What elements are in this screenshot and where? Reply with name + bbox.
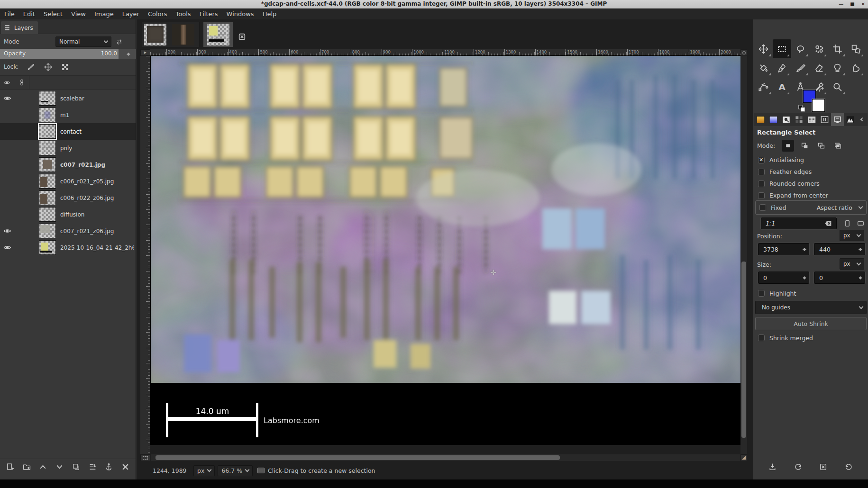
mode-add[interactable] [798, 140, 811, 152]
eye-icon[interactable] [0, 227, 14, 235]
aspect-ratio-input[interactable]: 1:1 [761, 217, 837, 229]
tool-paintbrush[interactable] [791, 58, 810, 77]
dock-collapse-button[interactable] [859, 115, 866, 124]
menu-item[interactable]: File [0, 9, 19, 19]
tool-ink[interactable] [773, 58, 791, 77]
tool-clone[interactable] [828, 58, 847, 77]
tool-eraser[interactable] [810, 58, 828, 77]
tool-option-row[interactable]: Expand from center [753, 190, 868, 201]
minimize-button[interactable]: — [839, 0, 843, 9]
layer-row[interactable]: 2025-10-16_04-21-42_2h6_mic [0, 239, 136, 256]
position-unit-dropdown[interactable]: px [840, 230, 864, 241]
tool-bucket-fill[interactable] [754, 58, 773, 77]
eye-icon[interactable] [0, 94, 14, 102]
auto-shrink-button[interactable]: Auto Shrink [755, 317, 867, 330]
dock-tab-fonts[interactable] [805, 113, 818, 126]
close-button[interactable]: ✕ [861, 0, 865, 9]
layer-row[interactable]: diffusion [0, 206, 136, 223]
spinner-icon[interactable] [803, 274, 806, 281]
layer-thumbnail[interactable] [39, 91, 56, 106]
tool-move[interactable] [754, 39, 773, 58]
dock-tab-tool-options[interactable] [831, 113, 844, 126]
dock-tab-brushes[interactable] [780, 113, 793, 126]
layer-thumbnail[interactable] [39, 240, 56, 255]
menu-item[interactable]: View [67, 9, 90, 19]
layers-button-raise[interactable] [37, 461, 50, 473]
opacity-spinner[interactable] [127, 51, 130, 58]
tool-option-row[interactable]: Feather edges [753, 166, 868, 178]
size-height-field[interactable]: 0 [814, 271, 865, 284]
fixed-checkbox-icon[interactable] [759, 204, 766, 211]
navigation-preview-button[interactable] [740, 454, 747, 461]
menu-item[interactable]: Filters [195, 9, 222, 19]
position-x-field[interactable]: 3738 [758, 243, 809, 255]
layer-row[interactable]: c007_r021_z06.jpg [0, 223, 136, 239]
mode-replace[interactable] [782, 140, 794, 152]
background-color-swatch[interactable] [812, 99, 825, 112]
preset-restore-preset[interactable] [791, 461, 805, 473]
preset-delete-preset[interactable] [816, 461, 831, 473]
lock-paint[interactable] [25, 62, 37, 72]
tool-option-row[interactable]: Rounded corners [753, 178, 868, 190]
menu-item[interactable]: Help [258, 9, 281, 19]
tool-crop[interactable] [828, 39, 847, 58]
fixed-option-box[interactable]: Fixed Aspect ratio [755, 200, 867, 215]
spinner-icon[interactable] [859, 246, 862, 253]
lock-alpha[interactable] [59, 62, 71, 72]
lock-move[interactable] [42, 62, 54, 72]
swap-colors-icon[interactable] [818, 87, 826, 93]
layers-button-lower[interactable] [53, 461, 66, 473]
menu-item[interactable]: Layer [118, 9, 144, 19]
layer-row[interactable]: poly [0, 140, 136, 156]
menu-item[interactable]: Tools [172, 9, 195, 19]
layers-button-duplicate[interactable] [69, 461, 82, 473]
shrink-merged-option[interactable]: Shrink merged [753, 333, 813, 343]
tool-rectangle-select[interactable] [773, 39, 791, 58]
highlight-option[interactable]: Highlight [753, 289, 796, 298]
dock-tab-patterns[interactable] [793, 113, 805, 126]
layers-button-merge[interactable] [86, 461, 99, 473]
horizontal-scrollbar[interactable] [151, 454, 740, 461]
tool-smudge[interactable] [847, 58, 865, 77]
menu-item[interactable]: Edit [19, 9, 39, 19]
close-image-icon[interactable] [237, 32, 247, 41]
layer-row[interactable]: c006_r021_z05.jpg [0, 173, 136, 190]
unit-dropdown[interactable]: px [193, 465, 215, 476]
spinner-icon[interactable] [803, 246, 806, 253]
layer-row[interactable]: c007_r021.jpg [0, 156, 136, 173]
vertical-scrollbar-thumb[interactable] [741, 262, 746, 438]
default-colors-icon[interactable] [798, 104, 805, 112]
eye-icon[interactable] [0, 244, 14, 252]
layer-thumbnail[interactable] [39, 157, 56, 172]
clear-input-icon[interactable] [824, 219, 832, 227]
layer-thumbnail[interactable] [39, 108, 56, 122]
layer-thumbnail[interactable] [39, 141, 56, 155]
layer-row[interactable]: scalebar [0, 90, 136, 107]
preset-save-preset[interactable] [766, 461, 780, 473]
layer-thumbnail[interactable] [39, 124, 56, 139]
canvas-menu-button[interactable]: ▶ [140, 49, 150, 56]
layer-thumbnail[interactable] [39, 224, 56, 238]
layers-button-new-layer[interactable] [3, 461, 17, 473]
vertical-scrollbar[interactable] [740, 56, 747, 454]
maximize-button[interactable]: ■ [850, 0, 854, 9]
mode-intersect[interactable] [831, 140, 844, 152]
layer-thumbnail[interactable] [39, 174, 56, 189]
layer-thumbnail[interactable] [39, 190, 56, 205]
mode-switch-icon[interactable] [114, 37, 124, 46]
portrait-orientation-icon[interactable] [841, 218, 853, 229]
dock-tab-gradient-blue[interactable] [767, 113, 780, 126]
image-tab-2[interactable] [172, 24, 194, 45]
horizontal-scrollbar-thumb[interactable] [155, 455, 560, 460]
tool-free-select[interactable] [791, 39, 810, 58]
quick-mask-toggle[interactable] [140, 454, 150, 461]
fixed-type-value[interactable]: Aspect ratio [817, 204, 852, 211]
image-tab-active[interactable] [203, 22, 233, 47]
layer-thumbnail[interactable] [39, 207, 56, 222]
size-unit-dropdown[interactable]: px [840, 258, 864, 270]
zoom-follow-window-button[interactable] [740, 49, 747, 56]
layer-row[interactable]: m1 [0, 107, 136, 123]
canvas-image[interactable]: 14.0 um Labsmore.com ✛ [151, 56, 740, 444]
zoom-dropdown[interactable]: 66.7 % [218, 465, 253, 476]
vertical-ruler[interactable] [140, 56, 150, 454]
